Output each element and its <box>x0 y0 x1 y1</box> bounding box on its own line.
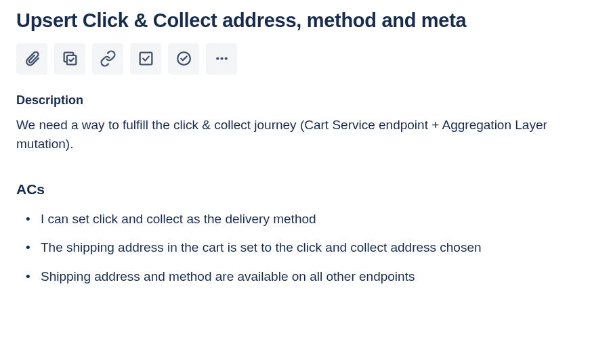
attachment-icon <box>24 50 41 67</box>
checkbox-button[interactable] <box>130 43 161 74</box>
acs-list: I can set click and collect as the deliv… <box>16 210 595 287</box>
list-item: I can set click and collect as the deliv… <box>22 210 595 229</box>
description-heading: Description <box>16 93 595 108</box>
add-child-button[interactable] <box>54 43 85 74</box>
list-item: The shipping address in the cart is set … <box>22 238 595 258</box>
acs-heading: ACs <box>16 181 595 198</box>
link-icon <box>100 50 117 67</box>
issue-title[interactable]: Upsert Click & Collect address, method a… <box>16 8 595 34</box>
more-icon <box>213 50 230 67</box>
description-section: Description We need a way to fulfill the… <box>16 93 595 154</box>
description-text[interactable]: We need a way to fulfill the click & col… <box>16 116 595 154</box>
attach-button[interactable] <box>16 43 47 74</box>
issue-toolbar <box>16 43 595 74</box>
svg-point-6 <box>224 58 227 60</box>
list-item: Shipping address and method are availabl… <box>22 267 595 287</box>
link-button[interactable] <box>92 43 123 74</box>
svg-rect-2 <box>140 53 152 65</box>
checklist-icon <box>62 50 79 67</box>
svg-point-5 <box>220 58 223 60</box>
more-actions-button[interactable] <box>206 43 237 74</box>
acceptance-criteria-section: ACs I can set click and collect as the d… <box>16 181 595 287</box>
svg-point-4 <box>216 58 219 60</box>
checkbox-icon <box>138 50 154 67</box>
approval-button[interactable] <box>168 43 199 74</box>
approval-icon <box>175 50 192 67</box>
